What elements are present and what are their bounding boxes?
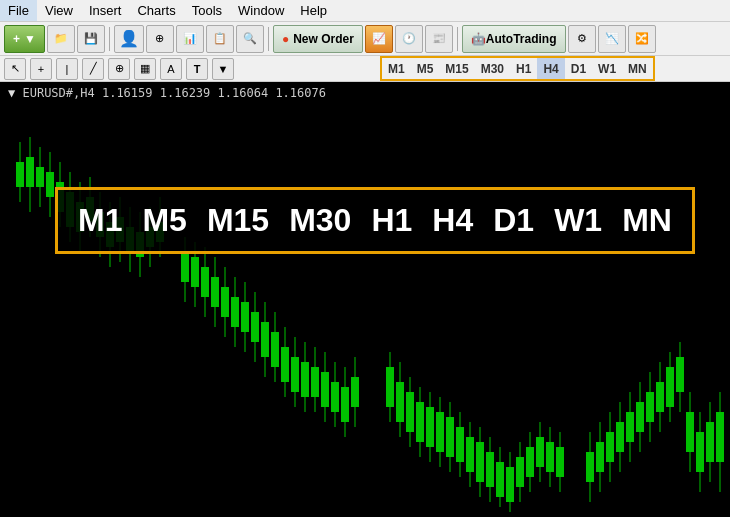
account-history-button[interactable]: 🕐 bbox=[395, 25, 423, 53]
tf-toolbar: ↖ + | ╱ ⊕ ▦ A T ▼ M1 M5 M15 M30 H1 H4 D1… bbox=[0, 56, 730, 82]
svg-rect-54 bbox=[231, 297, 239, 327]
svg-rect-128 bbox=[696, 432, 704, 472]
svg-rect-85 bbox=[386, 367, 394, 407]
menu-insert[interactable]: Insert bbox=[81, 0, 130, 21]
svg-rect-125 bbox=[666, 367, 674, 407]
menu-charts[interactable]: Charts bbox=[129, 0, 183, 21]
crosshair-tool[interactable]: + bbox=[30, 58, 52, 80]
chart-area: ▼ EURUSD#,H4 1.16159 1.16239 1.16064 1.1… bbox=[0, 82, 730, 517]
svg-rect-126 bbox=[676, 357, 684, 392]
strategy-tester-button[interactable]: ⚙ bbox=[568, 25, 596, 53]
svg-rect-130 bbox=[716, 412, 724, 462]
tester-icon: ⚙ bbox=[577, 32, 587, 45]
tf-m30[interactable]: M30 bbox=[475, 58, 510, 79]
menu-bar: File View Insert Charts Tools Window Hel… bbox=[0, 0, 730, 22]
timeframe-buttons: M1 M5 M15 M30 H1 H4 D1 W1 MN bbox=[380, 56, 655, 81]
draw-tool[interactable]: ⊕ bbox=[108, 58, 130, 80]
profile-icon: 👤 bbox=[119, 29, 139, 48]
news-button[interactable]: 📰 bbox=[425, 25, 453, 53]
chart-high: 1.16239 bbox=[160, 86, 211, 100]
hl-d1[interactable]: D1 bbox=[493, 202, 534, 239]
objects-button[interactable]: 🔀 bbox=[628, 25, 656, 53]
new-chart-button[interactable]: + ▼ bbox=[4, 25, 45, 53]
hl-mn[interactable]: MN bbox=[622, 202, 672, 239]
svg-rect-96 bbox=[496, 462, 504, 497]
menu-view[interactable]: View bbox=[37, 0, 81, 21]
svg-rect-97 bbox=[506, 467, 514, 502]
svg-rect-121 bbox=[626, 412, 634, 442]
chart-symbol-text: EURUSD#,H4 bbox=[22, 86, 94, 100]
hl-m30[interactable]: M30 bbox=[289, 202, 351, 239]
svg-rect-89 bbox=[426, 407, 434, 447]
svg-rect-61 bbox=[301, 362, 309, 397]
tf-m1[interactable]: M1 bbox=[382, 58, 411, 79]
vertical-line-tool[interactable]: | bbox=[56, 58, 78, 80]
chart-object-button[interactable]: 📊 bbox=[176, 25, 204, 53]
svg-rect-19 bbox=[46, 172, 54, 197]
hl-m5[interactable]: M5 bbox=[142, 202, 186, 239]
svg-rect-92 bbox=[456, 427, 464, 462]
hl-m15[interactable]: M15 bbox=[207, 202, 269, 239]
indicators-button[interactable]: 📉 bbox=[598, 25, 626, 53]
template-button[interactable]: 📋 bbox=[206, 25, 234, 53]
tf-h4[interactable]: H4 bbox=[537, 58, 564, 79]
svg-rect-90 bbox=[436, 412, 444, 452]
order-icon: ● bbox=[282, 32, 289, 46]
menu-window[interactable]: Window bbox=[230, 0, 292, 21]
svg-rect-51 bbox=[201, 267, 209, 297]
main-toolbar: + ▼ 📁 💾 👤 ⊕ 📊 📋 🔍 ● New Order 📈 🕐 📰 🤖 Au… bbox=[0, 22, 730, 56]
tf-h1[interactable]: H1 bbox=[510, 58, 537, 79]
label-tool[interactable]: T bbox=[186, 58, 208, 80]
svg-rect-57 bbox=[261, 322, 269, 357]
drawing-tools-area: ↖ + | ╱ ⊕ ▦ A T ▼ bbox=[0, 56, 380, 81]
settings-tool[interactable]: ▼ bbox=[212, 58, 234, 80]
menu-help[interactable]: Help bbox=[292, 0, 335, 21]
robot-icon: 🤖 bbox=[471, 32, 486, 46]
svg-rect-18 bbox=[36, 167, 44, 187]
menu-file[interactable]: File bbox=[0, 0, 37, 21]
folder-icon: 📁 bbox=[54, 32, 68, 45]
hl-w1[interactable]: W1 bbox=[554, 202, 602, 239]
objects-icon: 🔀 bbox=[635, 32, 649, 45]
arrow-tool[interactable]: ↖ bbox=[4, 58, 26, 80]
svg-rect-93 bbox=[466, 437, 474, 472]
svg-rect-95 bbox=[486, 452, 494, 487]
crosshair-icon: ⊕ bbox=[155, 32, 164, 45]
menu-tools[interactable]: Tools bbox=[184, 0, 230, 21]
profile-button[interactable]: 👤 bbox=[114, 25, 144, 53]
autotrading-button[interactable]: 🤖 AutoTrading bbox=[462, 25, 566, 53]
trend-line-tool[interactable]: ╱ bbox=[82, 58, 104, 80]
separator-2 bbox=[268, 27, 269, 51]
svg-rect-122 bbox=[636, 402, 644, 432]
svg-rect-91 bbox=[446, 417, 454, 457]
new-order-button[interactable]: ● New Order bbox=[273, 25, 363, 53]
crosshair-button[interactable]: ⊕ bbox=[146, 25, 174, 53]
tf-d1[interactable]: D1 bbox=[565, 58, 592, 79]
chart-close: 1.16076 bbox=[275, 86, 326, 100]
tf-mn[interactable]: MN bbox=[622, 58, 653, 79]
svg-rect-59 bbox=[281, 347, 289, 382]
hl-m1[interactable]: M1 bbox=[78, 202, 122, 239]
svg-rect-56 bbox=[251, 312, 259, 342]
svg-rect-117 bbox=[586, 452, 594, 482]
save-button[interactable]: 💾 bbox=[77, 25, 105, 53]
open-button[interactable]: 📁 bbox=[47, 25, 75, 53]
svg-rect-66 bbox=[351, 377, 359, 407]
tf-w1[interactable]: W1 bbox=[592, 58, 622, 79]
tf-m15[interactable]: M15 bbox=[439, 58, 474, 79]
tf-m5[interactable]: M5 bbox=[411, 58, 440, 79]
zoom-button[interactable]: 🔍 bbox=[236, 25, 264, 53]
svg-rect-63 bbox=[321, 372, 329, 407]
svg-rect-16 bbox=[16, 162, 24, 187]
chart-object-icon: 📊 bbox=[183, 32, 197, 45]
svg-rect-60 bbox=[291, 357, 299, 392]
grid-tool[interactable]: ▦ bbox=[134, 58, 156, 80]
svg-rect-99 bbox=[526, 447, 534, 477]
hl-h1[interactable]: H1 bbox=[371, 202, 412, 239]
svg-rect-87 bbox=[406, 392, 414, 432]
hl-h4[interactable]: H4 bbox=[432, 202, 473, 239]
news-icon: 📰 bbox=[432, 32, 446, 45]
text-tool[interactable]: A bbox=[160, 58, 182, 80]
market-watch-button[interactable]: 📈 bbox=[365, 25, 393, 53]
svg-rect-86 bbox=[396, 382, 404, 422]
